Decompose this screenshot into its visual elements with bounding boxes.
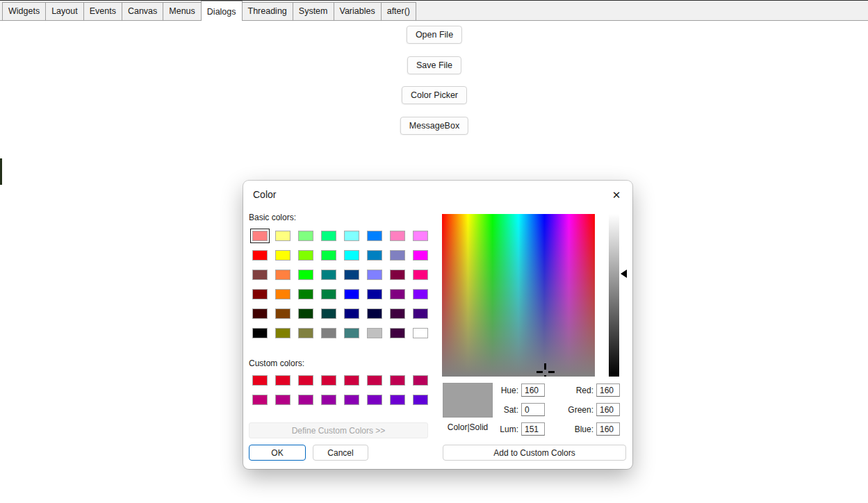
tab-system[interactable]: System — [293, 2, 334, 20]
basic-color-swatch[interactable] — [367, 308, 382, 319]
basic-color-swatch[interactable] — [252, 308, 268, 319]
ok-button[interactable]: OK — [249, 445, 306, 461]
custom-color-swatch[interactable] — [413, 395, 428, 405]
cancel-button[interactable]: Cancel — [313, 445, 368, 461]
luminance-slider-arrow-icon[interactable] — [621, 270, 627, 278]
custom-color-swatch[interactable] — [321, 375, 336, 386]
blue-label: Blue: — [562, 424, 593, 434]
basic-color-swatch[interactable] — [298, 289, 313, 299]
custom-color-swatch[interactable] — [413, 375, 428, 386]
basic-color-swatch[interactable] — [275, 328, 290, 338]
lum-label: Lum: — [493, 424, 518, 434]
basic-color-swatch[interactable] — [321, 289, 336, 299]
basic-color-swatch[interactable] — [321, 308, 336, 319]
basic-color-swatch[interactable] — [390, 250, 405, 261]
basic-color-swatch[interactable] — [321, 270, 336, 280]
basic-color-swatch[interactable] — [367, 289, 382, 299]
open-file-button[interactable]: Open File — [407, 26, 462, 44]
custom-color-swatch[interactable] — [390, 375, 405, 386]
basic-color-swatch[interactable] — [413, 231, 428, 241]
custom-color-swatch[interactable] — [252, 395, 268, 405]
basic-color-swatch[interactable] — [344, 250, 359, 261]
custom-color-swatch[interactable] — [275, 375, 290, 386]
hue-field[interactable]: 160 — [521, 384, 545, 397]
red-label: Red: — [562, 386, 593, 395]
basic-color-swatch[interactable] — [252, 270, 268, 280]
define-custom-colors-button[interactable]: Define Custom Colors >> — [249, 422, 428, 438]
basic-color-swatch[interactable] — [252, 250, 268, 261]
basic-color-swatch[interactable] — [413, 289, 428, 299]
basic-color-swatch[interactable] — [275, 250, 290, 261]
basic-color-swatch[interactable] — [298, 270, 313, 280]
color-picker-button[interactable]: Color Picker — [402, 86, 467, 104]
messagebox-button[interactable]: MessageBox — [400, 117, 468, 135]
basic-color-swatch[interactable] — [321, 250, 336, 261]
custom-color-swatch[interactable] — [344, 395, 359, 405]
tab-dialogs[interactable]: Dialogs — [201, 1, 243, 21]
custom-color-swatch[interactable] — [252, 375, 268, 386]
basic-color-swatch[interactable] — [367, 231, 382, 241]
basic-color-swatch[interactable] — [275, 231, 290, 241]
basic-color-swatch[interactable] — [390, 289, 405, 299]
custom-color-swatch[interactable] — [367, 375, 382, 386]
green-field[interactable]: 160 — [596, 403, 620, 416]
basic-color-swatch[interactable] — [321, 231, 336, 241]
basic-color-swatch[interactable] — [367, 328, 382, 338]
rgb-fields: Red: 160 Green: 160 Blue: 160 — [562, 384, 620, 442]
custom-color-swatch[interactable] — [367, 395, 382, 405]
sat-field[interactable]: 0 — [521, 403, 545, 416]
custom-color-swatch[interactable] — [298, 395, 313, 405]
luminance-bar[interactable] — [609, 214, 619, 377]
basic-color-swatch[interactable] — [390, 328, 405, 338]
basic-color-swatch[interactable] — [344, 289, 359, 299]
basic-color-swatch[interactable] — [390, 231, 405, 241]
lum-field[interactable]: 151 — [521, 422, 545, 436]
basic-color-swatch[interactable] — [344, 231, 359, 241]
tab-layout[interactable]: Layout — [45, 2, 84, 20]
basic-color-swatch[interactable] — [344, 308, 359, 319]
tab-menus[interactable]: Menus — [163, 2, 202, 20]
custom-color-swatch[interactable] — [344, 375, 359, 386]
tab-after[interactable]: after() — [381, 2, 416, 20]
basic-color-swatch[interactable] — [252, 289, 268, 299]
red-field[interactable]: 160 — [596, 384, 620, 397]
basic-color-swatch[interactable] — [344, 328, 359, 338]
save-file-button[interactable]: Save File — [407, 56, 461, 74]
basic-color-swatch[interactable] — [344, 270, 359, 280]
basic-color-swatch[interactable] — [298, 250, 313, 261]
basic-color-swatch[interactable] — [275, 308, 290, 319]
dialog-title: Color — [253, 189, 276, 200]
tab-events[interactable]: Events — [83, 2, 122, 20]
basic-color-swatch[interactable] — [390, 308, 405, 319]
basic-color-swatch[interactable] — [390, 270, 405, 280]
tab-threading[interactable]: Threading — [242, 2, 293, 20]
custom-color-swatch[interactable] — [275, 395, 290, 405]
basic-color-swatch[interactable] — [321, 328, 336, 338]
close-icon[interactable]: ✕ — [607, 186, 625, 204]
basic-color-swatch[interactable] — [298, 328, 313, 338]
basic-color-swatch[interactable] — [275, 289, 290, 299]
blue-field[interactable]: 160 — [596, 422, 620, 436]
tab-canvas[interactable]: Canvas — [122, 2, 163, 20]
basic-color-swatch[interactable] — [298, 231, 313, 241]
basic-color-swatch[interactable] — [252, 328, 268, 338]
color-solid-label: Color|Solid — [436, 422, 500, 432]
basic-color-swatch[interactable] — [367, 250, 382, 261]
color-crosshair-icon — [548, 371, 555, 373]
hue-saturation-field[interactable] — [442, 214, 595, 377]
basic-color-swatch[interactable] — [413, 308, 428, 319]
basic-color-swatch[interactable] — [413, 250, 428, 261]
basic-color-swatch[interactable] — [275, 270, 290, 280]
basic-color-swatch[interactable] — [298, 308, 313, 319]
color-preview — [443, 383, 493, 418]
custom-color-swatch[interactable] — [298, 375, 313, 386]
basic-color-swatch[interactable] — [367, 270, 382, 280]
basic-color-swatch[interactable] — [413, 270, 428, 280]
basic-color-swatch[interactable] — [252, 231, 268, 241]
basic-color-swatch[interactable] — [413, 328, 428, 338]
custom-color-swatch[interactable] — [390, 395, 405, 405]
custom-color-swatch[interactable] — [321, 395, 336, 405]
tab-variables[interactable]: Variables — [334, 2, 382, 20]
tab-widgets[interactable]: Widgets — [2, 2, 46, 20]
add-to-custom-colors-button[interactable]: Add to Custom Colors — [443, 445, 626, 461]
